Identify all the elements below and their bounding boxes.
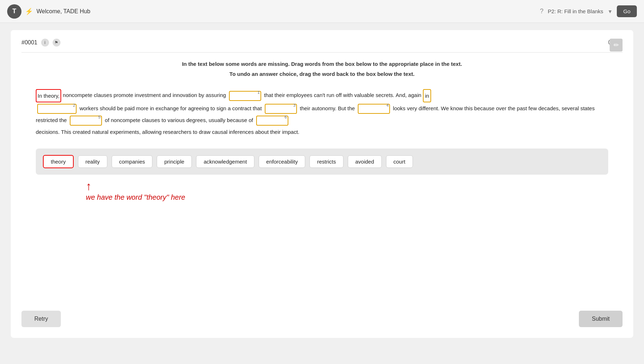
word-chip-principle[interactable]: principle: [157, 155, 192, 168]
blank-6[interactable]: 6: [256, 116, 288, 126]
bolt-icon: ⚡: [25, 8, 33, 15]
annotation-area: ↑ we have the word "theory" here: [36, 180, 608, 202]
passage-text6: of noncompete clauses to various degrees…: [103, 117, 253, 123]
passage: In theory, noncompete clauses promote in…: [36, 89, 608, 138]
passage-text1: noncompete clauses promote investment an…: [61, 92, 226, 98]
blank-1-number: 1: [258, 88, 260, 97]
passage-text7: decisions. This created natural experime…: [36, 129, 299, 135]
avatar: T: [7, 4, 21, 19]
word-chip-reality[interactable]: reality: [78, 155, 107, 168]
instructions-line2: To undo an answer choice, drag the word …: [229, 71, 414, 77]
main-content: #0001 i ⚑ 01:22 ✏ In the text below some…: [11, 30, 633, 338]
question-id-section: #0001 i ⚑: [21, 39, 60, 47]
help-icon[interactable]: ?: [540, 8, 543, 15]
word-chip-avoided[interactable]: avoided: [348, 155, 382, 168]
word-chip-enforceability[interactable]: enforceability: [259, 155, 305, 168]
dropdown-arrow-icon[interactable]: ▼: [608, 9, 613, 14]
word-in-highlight: in: [423, 89, 431, 102]
edit-icon[interactable]: ✏: [610, 39, 623, 52]
blank-1[interactable]: 1: [229, 91, 261, 101]
app-header: T ⚡ Welcome, TADE Hub ? P2: R: Fill in t…: [0, 0, 644, 23]
blank-3[interactable]: 3: [265, 104, 297, 114]
word-chip-restricts[interactable]: restricts: [309, 155, 343, 168]
retry-button[interactable]: Retry: [21, 311, 61, 327]
question-id: #0001: [21, 39, 38, 46]
divider: [21, 52, 623, 53]
word-chip-theory[interactable]: theory: [43, 155, 74, 168]
blank-4[interactable]: 4: [358, 104, 390, 114]
submit-button[interactable]: Submit: [579, 311, 623, 327]
word-chip-companies[interactable]: companies: [112, 155, 153, 168]
go-button[interactable]: Go: [617, 5, 637, 17]
blank-5-number: 5: [98, 113, 101, 121]
word-chip-acknowledgement[interactable]: acknowledgement: [196, 155, 254, 168]
header-left: T ⚡ Welcome, TADE Hub: [7, 4, 90, 19]
highlighted-phrase: In theory,: [36, 89, 61, 102]
blank-2-number: 2: [73, 101, 75, 110]
flag-icon[interactable]: ⚑: [53, 39, 60, 47]
instructions: In the text below some words are missing…: [21, 60, 623, 78]
instructions-line1: In the text below some words are missing…: [182, 61, 462, 67]
bottom-buttons: Retry Submit: [21, 311, 623, 327]
header-right: ? P2: R: Fill in the Blanks ▼ Go: [540, 5, 637, 17]
blank-6-number: 6: [285, 113, 287, 121]
blank-5[interactable]: 5: [70, 116, 102, 126]
annotation-text: we have the word "theory" here: [86, 193, 185, 202]
blank-3-number: 3: [293, 101, 296, 110]
welcome-text: Welcome, TADE Hub: [36, 8, 90, 15]
passage-text2: that their employees can't run off with …: [263, 92, 423, 98]
task-label: P2: R: Fill in the Blanks: [548, 8, 603, 14]
annotation-arrow-icon: ↑: [86, 180, 92, 192]
info-icon[interactable]: i: [41, 39, 49, 47]
word-bank: theoryrealitycompaniesprincipleacknowled…: [36, 149, 608, 175]
question-header: #0001 i ⚑ 01:22: [21, 39, 623, 47]
passage-text3: workers should be paid more in exchange …: [78, 105, 262, 111]
word-chip-court[interactable]: court: [386, 155, 413, 168]
passage-text4: their autonomy. But the: [298, 105, 355, 111]
blank-2[interactable]: 2: [37, 104, 77, 114]
blank-4-number: 4: [386, 101, 389, 110]
